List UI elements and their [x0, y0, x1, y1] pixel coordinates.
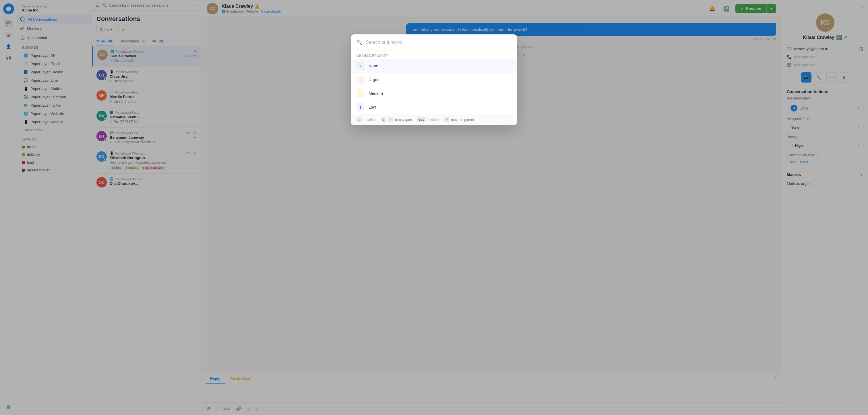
- hint-navigate: ↓ ↑ to navigate: [381, 117, 412, 122]
- backspace-key: ⌫: [444, 117, 450, 122]
- urgent-icon-symbol: !!: [360, 78, 362, 82]
- modal-section-title: Change Priority: [351, 50, 517, 59]
- urgent-priority-icon: !!: [356, 76, 365, 84]
- none-icon-symbol: /: [360, 64, 361, 68]
- low-label: Low: [369, 105, 376, 109]
- modal-search-area: 🔍: [351, 34, 517, 50]
- urgent-label: Urgent: [369, 77, 381, 82]
- arrow-up-key: ↑: [388, 117, 394, 122]
- modal-item-urgent[interactable]: !! Urgent: [351, 73, 517, 87]
- medium-label: Medium: [369, 91, 383, 96]
- modal-item-none[interactable]: / None: [351, 59, 517, 73]
- modal-search-icon: 🔍: [356, 40, 362, 45]
- hint-navigate-text: to navigate: [395, 118, 412, 122]
- low-icon-symbol: !: [360, 105, 361, 109]
- none-label: None: [369, 64, 378, 68]
- modal-item-low[interactable]: ! Low: [351, 100, 517, 114]
- low-priority-icon: !: [356, 103, 365, 111]
- modal-search-input[interactable]: [366, 40, 512, 45]
- enter-key: ↵: [356, 117, 362, 122]
- modal-box: 🔍 Change Priority / None !! Urgent !! Me…: [351, 34, 517, 125]
- none-priority-icon: /: [356, 62, 365, 70]
- medium-priority-icon: !!: [356, 90, 365, 98]
- hint-select: ↵ to select: [356, 117, 376, 122]
- hint-close: esc to close: [416, 117, 439, 122]
- medium-icon-symbol: !!: [360, 92, 362, 96]
- hint-parent: ⌫ move to parent: [444, 117, 474, 122]
- modal-footer: ↵ to select ↓ ↑ to navigate esc to close…: [351, 114, 517, 125]
- modal-overlay[interactable]: 🔍 Change Priority / None !! Urgent !! Me…: [0, 0, 868, 415]
- arrow-keys: ↓: [381, 117, 386, 122]
- hint-parent-text: move to parent: [451, 118, 474, 122]
- modal-item-medium[interactable]: !! Medium: [351, 87, 517, 100]
- esc-key: esc: [416, 117, 426, 122]
- hint-close-text: to close: [427, 118, 439, 122]
- hint-select-text: to select: [364, 118, 377, 122]
